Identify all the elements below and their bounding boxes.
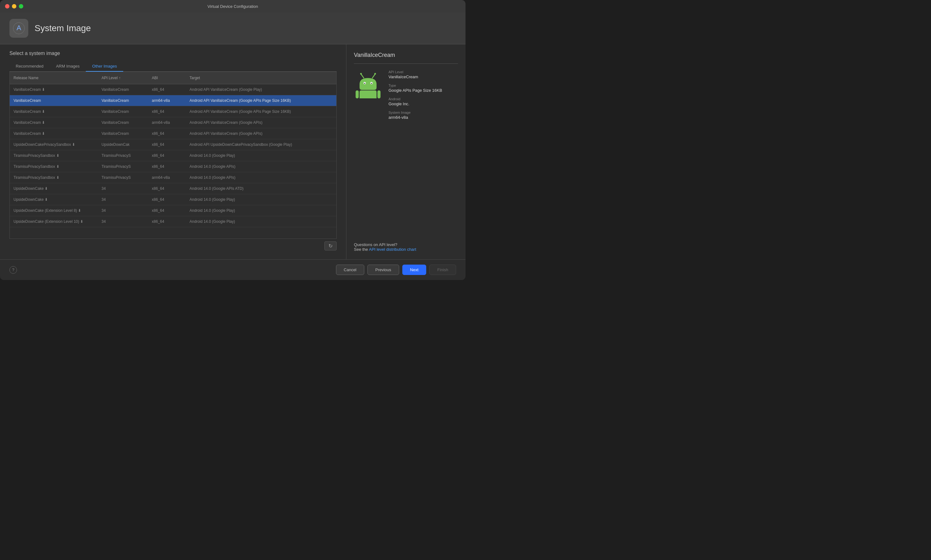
- svg-line-2: [361, 74, 364, 78]
- type-label: Type: [388, 84, 458, 88]
- table-cell: UpsideDownCake ⬇: [10, 185, 98, 192]
- table-cell: VanillaIceCream: [98, 108, 148, 115]
- table-cell: x86_64: [148, 130, 186, 137]
- api-level-value: VanillaIceCream: [388, 74, 458, 79]
- api-question-area: Questions on API level? See the API leve…: [354, 242, 458, 252]
- table-cell: Android 14.0 (Google APIs): [186, 163, 336, 170]
- table-cell: Android API VanillaIceCream (Google APIs…: [186, 97, 336, 104]
- svg-rect-10: [360, 91, 377, 98]
- table-cell: VanillaIceCream ⬇: [10, 130, 98, 137]
- help-button[interactable]: ?: [9, 266, 17, 274]
- android-group: Android Google Inc.: [388, 97, 458, 106]
- table-cell: Android 14.0 (Google Play): [186, 152, 336, 159]
- tab-other-images[interactable]: Other Images: [86, 61, 123, 72]
- table-cell: 34: [98, 185, 148, 192]
- header-icon: A: [9, 19, 28, 38]
- next-button[interactable]: Next: [402, 265, 426, 275]
- footer-buttons: Cancel Previous Next Finish: [336, 265, 456, 275]
- table-cell: Android API UpsideDownCakePrivacySandbox…: [186, 141, 336, 148]
- table-cell: arm64-v8a: [148, 174, 186, 181]
- image-table: Release Name API Level ↑ ABI Target Vani…: [9, 72, 337, 239]
- selected-device-name: VanillaIceCream: [354, 52, 458, 64]
- table-cell: 34: [98, 218, 148, 225]
- table-row[interactable]: VanillaIceCream ⬇VanillaIceCreamx86_64An…: [10, 84, 336, 95]
- col-target[interactable]: Target: [186, 74, 336, 82]
- select-image-label: Select a system image: [9, 51, 337, 56]
- table-row[interactable]: TiramisuPrivacySandbox ⬇TiramisuPrivacyS…: [10, 161, 336, 172]
- table-cell: Android 14.0 (Google Play): [186, 218, 336, 225]
- api-see-text: See the: [354, 247, 368, 252]
- table-cell: Android API VanillaIceCream (Google Play…: [186, 86, 336, 93]
- table-row[interactable]: UpsideDownCakePrivacySandbox ⬇UpsideDown…: [10, 139, 336, 150]
- table-cell: Android 14.0 (Google APIs): [186, 174, 336, 181]
- col-release-name[interactable]: Release Name: [10, 74, 98, 82]
- table-row[interactable]: VanillaIceCream ⬇VanillaIceCreamx86_64An…: [10, 106, 336, 117]
- col-api-level[interactable]: API Level ↑: [98, 74, 148, 82]
- close-button[interactable]: [5, 4, 9, 8]
- type-value: Google APIs Page Size 16KB: [388, 88, 458, 93]
- table-row[interactable]: VanillaIceCreamVanillaIceCreamarm64-v8aA…: [10, 95, 336, 106]
- table-cell: VanillaIceCream: [98, 86, 148, 93]
- system-image-value: arm64-v8a: [388, 115, 458, 120]
- table-body: VanillaIceCream ⬇VanillaIceCreamx86_64An…: [10, 84, 336, 238]
- svg-point-8: [364, 83, 365, 84]
- previous-button[interactable]: Previous: [368, 265, 399, 275]
- header: A System Image: [0, 12, 466, 44]
- android-value: Google Inc.: [388, 102, 458, 106]
- svg-point-3: [360, 73, 362, 74]
- svg-text:A: A: [17, 24, 22, 32]
- table-cell: VanillaIceCream: [10, 97, 98, 104]
- tabs-container: Recommended ARM Images Other Images: [9, 61, 337, 72]
- table-cell: UpsideDownCak: [98, 141, 148, 148]
- table-cell: TiramisuPrivacySandbox ⬇: [10, 174, 98, 181]
- svg-rect-11: [355, 91, 359, 98]
- table-cell: x86_64: [148, 141, 186, 148]
- table-cell: TiramisuPrivacySandbox ⬇: [10, 163, 98, 170]
- table-cell: Android API VanillaIceCream (Google APIs…: [186, 130, 336, 137]
- refresh-area: ↻: [9, 239, 337, 253]
- api-question-text: Questions on API level?: [354, 242, 397, 247]
- page-title: System Image: [35, 23, 91, 33]
- table-cell: x86_64: [148, 218, 186, 225]
- cancel-button[interactable]: Cancel: [336, 265, 364, 275]
- maximize-button[interactable]: [19, 4, 23, 8]
- table-row[interactable]: TiramisuPrivacySandbox ⬇TiramisuPrivacyS…: [10, 172, 336, 183]
- table-row[interactable]: TiramisuPrivacySandbox ⬇TiramisuPrivacyS…: [10, 150, 336, 161]
- table-row[interactable]: UpsideDownCake (Extension Level 10) ⬇34x…: [10, 216, 336, 227]
- table-cell: VanillaIceCream: [98, 119, 148, 126]
- window-title: Virtual Device Configuration: [208, 4, 258, 9]
- svg-line-4: [372, 74, 375, 78]
- refresh-button[interactable]: ↻: [325, 242, 337, 251]
- device-image-area: API Level VanillaIceCream Type Google AP…: [354, 70, 458, 124]
- api-link[interactable]: API level distribution chart: [369, 247, 416, 252]
- left-panel: Select a system image Recommended ARM Im…: [0, 44, 346, 259]
- table-cell: TiramisuPrivacyS: [98, 152, 148, 159]
- system-image-group: System Image arm64-v8a: [388, 111, 458, 120]
- right-panel: VanillaIceCream: [346, 44, 466, 259]
- table-cell: UpsideDownCake (Extension Level 8) ⬇: [10, 207, 98, 214]
- table-row[interactable]: UpsideDownCake ⬇34x86_64Android 14.0 (Go…: [10, 194, 336, 205]
- table-cell: Android API VanillaIceCream (Google APIs…: [186, 108, 336, 115]
- table-cell: x86_64: [148, 86, 186, 93]
- table-cell: Android 14.0 (Google Play): [186, 207, 336, 214]
- tab-arm-images[interactable]: ARM Images: [50, 61, 86, 72]
- table-cell: VanillaIceCream ⬇: [10, 86, 98, 93]
- table-row[interactable]: VanillaIceCream ⬇VanillaIceCreamarm64-v8…: [10, 117, 336, 128]
- type-group: Type Google APIs Page Size 16KB: [388, 84, 458, 93]
- col-abi[interactable]: ABI: [148, 74, 186, 82]
- table-cell: Android 14.0 (Google Play): [186, 196, 336, 203]
- main-window: Virtual Device Configuration A System Im…: [0, 0, 466, 280]
- table-cell: 34: [98, 196, 148, 203]
- table-row[interactable]: UpsideDownCake ⬇34x86_64Android 14.0 (Go…: [10, 183, 336, 194]
- tab-recommended[interactable]: Recommended: [9, 61, 50, 72]
- device-info: API Level VanillaIceCream Type Google AP…: [388, 70, 458, 124]
- table-cell: arm64-v8a: [148, 119, 186, 126]
- table-cell: UpsideDownCake (Extension Level 10) ⬇: [10, 218, 98, 225]
- table-cell: arm64-v8a: [148, 97, 186, 104]
- table-row[interactable]: UpsideDownCake (Extension Level 8) ⬇34x8…: [10, 205, 336, 216]
- table-cell: VanillaIceCream: [98, 130, 148, 137]
- minimize-button[interactable]: [12, 4, 16, 8]
- svg-rect-12: [377, 91, 381, 98]
- table-row[interactable]: VanillaIceCream ⬇VanillaIceCreamx86_64An…: [10, 128, 336, 139]
- svg-point-5: [374, 73, 376, 74]
